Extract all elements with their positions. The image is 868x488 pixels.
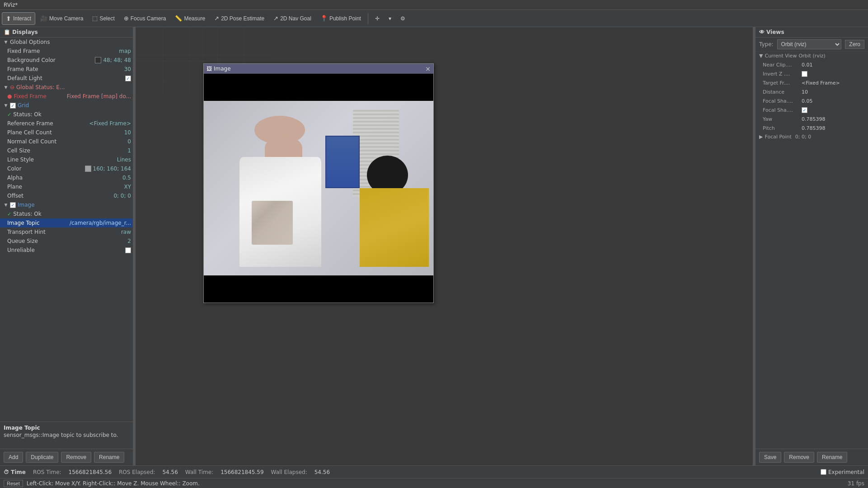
viewport[interactable]: 🖼 Image × <box>136 27 753 465</box>
remove-button[interactable]: Remove <box>61 452 91 463</box>
unreliable-row[interactable]: Unreliable <box>0 246 133 255</box>
focal-sha-check[interactable] <box>802 107 807 113</box>
distance-row[interactable]: Distance 10 <box>755 87 868 96</box>
unreliable-check[interactable] <box>125 247 131 253</box>
offset-row[interactable]: Offset 0; 0; 0 <box>0 191 133 200</box>
toolbar-separator <box>368 13 368 24</box>
reference-frame-row[interactable]: Reference Frame <Fixed Frame> <box>0 119 133 128</box>
extra-plus-button[interactable]: ✛ <box>371 12 384 25</box>
rename-view-button[interactable]: Rename <box>817 452 847 463</box>
displays-tree[interactable]: ▼ Global Options Fixed Frame map Backgro… <box>0 38 133 422</box>
views-type-select[interactable]: Orbit (rviz) <box>777 39 842 49</box>
near-clip-row[interactable]: Near Clip.... 0.01 <box>755 60 868 69</box>
publish-point-button[interactable]: 📍 Publish Point <box>316 12 365 25</box>
cursor-icon: ⬆ <box>6 15 11 22</box>
left-panel: 📋 Displays ▼ Global Options Fixed Frame … <box>0 27 133 465</box>
status-bar: Reset Left-Click: Move X/Y. Right-Click:… <box>0 478 868 488</box>
interact-button[interactable]: ⬆ Interact <box>2 12 35 25</box>
rename-button[interactable]: Rename <box>94 452 124 463</box>
status-hint: Left-Click: Move X/Y. Right-Click:: Move… <box>27 480 200 487</box>
nav-icon: ↗ <box>273 15 278 22</box>
focus-camera-button[interactable]: ⊕ Focus Camera <box>120 12 170 25</box>
pitch-row[interactable]: Pitch 0.785398 <box>755 123 868 133</box>
error-dot-icon: ● <box>7 93 12 99</box>
image-display-group[interactable]: ▼ Image <box>0 200 133 209</box>
invert-z-row[interactable]: Invert Z .... <box>755 69 868 78</box>
grid-status-ok[interactable]: ✓ Status: Ok <box>0 110 133 119</box>
displays-header: 📋 Displays <box>0 27 133 38</box>
scene-bottom <box>204 275 433 303</box>
image-window[interactable]: 🖼 Image × <box>203 63 434 303</box>
views-type-row: Type: Orbit (rviz) Zero <box>755 38 868 52</box>
neck-white <box>265 136 303 160</box>
global-status-group[interactable]: ▼ ⊖ Global Status: E... <box>0 83 133 92</box>
save-view-button[interactable]: Save <box>759 452 781 463</box>
default-light-row[interactable]: Default Light <box>0 74 133 83</box>
transport-hint-row[interactable]: Transport Hint raw <box>0 227 133 237</box>
image-check[interactable] <box>10 202 16 208</box>
background-color-row[interactable]: Background Color 48; 48; 48 <box>0 56 133 65</box>
image-topic-row[interactable]: Image Topic /camera/rgb/image_r... <box>0 218 133 227</box>
move-camera-button[interactable]: 🎥 Move Camera <box>36 12 87 25</box>
zero-button[interactable]: Zero <box>845 40 864 49</box>
point-icon: 📍 <box>320 15 328 22</box>
plus-icon: ✛ <box>375 15 380 22</box>
focal-shape2-row[interactable]: Focal Sha.... <box>755 105 868 114</box>
target-frame-row[interactable]: Target Fr.... <Fixed Frame> <box>755 78 868 87</box>
measure-button[interactable]: 📏 Measure <box>171 12 209 25</box>
cell-size-row[interactable]: Cell Size 1 <box>0 146 133 155</box>
views-icon: 👁 <box>759 29 765 35</box>
error-circle-icon: ⊖ <box>10 84 14 90</box>
fixed-frame-row[interactable]: Fixed Frame map <box>0 47 133 56</box>
expand-icon: ▶ <box>759 134 763 140</box>
pose-icon: ↗ <box>214 15 219 22</box>
normal-cell-count-row[interactable]: Normal Cell Count 0 <box>0 137 133 146</box>
ok-check-icon2: ✓ <box>7 211 11 217</box>
extra-dropdown-button[interactable]: ▾ <box>385 12 395 25</box>
right-panel: 👁 Views Type: Orbit (rviz) Zero ▼ Curren… <box>755 27 868 465</box>
person-yellow <box>360 136 428 267</box>
camera-scene <box>204 74 433 303</box>
grid-display-group[interactable]: ▼ Grid <box>0 101 133 110</box>
grid-check[interactable] <box>10 103 16 109</box>
queue-size-row[interactable]: Queue Size 2 <box>0 237 133 246</box>
image-close-button[interactable]: × <box>425 65 431 72</box>
select-button[interactable]: ⬚ Select <box>88 12 118 25</box>
toolbar: ⬆ Interact 🎥 Move Camera ⬚ Select ⊕ Focu… <box>0 10 868 27</box>
camera-move-icon: 🎥 <box>40 15 47 22</box>
scene-middle <box>204 101 433 275</box>
reset-button[interactable]: Reset <box>4 480 23 487</box>
default-light-check[interactable] <box>125 76 131 81</box>
bg-color-swatch <box>95 57 101 63</box>
expand-icon: ▼ <box>4 40 8 44</box>
current-view-header: ▼ Current View Orbit (rviz) <box>755 52 868 60</box>
line-style-row[interactable]: Line Style Lines <box>0 155 133 164</box>
fixed-frame-error-row[interactable]: ● Fixed Frame Fixed Frame [map] do... <box>0 92 133 101</box>
title-bar: RViz* <box>0 0 868 10</box>
2d-nav-button[interactable]: ↗ 2D Nav Goal <box>269 12 315 25</box>
duplicate-button[interactable]: Duplicate <box>26 452 58 463</box>
global-options-group[interactable]: ▼ Global Options <box>0 38 133 47</box>
plane-row[interactable]: Plane XY <box>0 182 133 191</box>
experimental-label: Experimental <box>821 469 864 475</box>
2d-pose-button[interactable]: ↗ 2D Pose Estimate <box>210 12 268 25</box>
focal-shape1-row[interactable]: Focal Sha.... 0.05 <box>755 96 868 105</box>
image-status-ok[interactable]: ✓ Status: Ok <box>0 209 133 218</box>
alpha-row[interactable]: Alpha 0.5 <box>0 173 133 182</box>
plane-cell-count-row[interactable]: Plane Cell Count 10 <box>0 128 133 137</box>
yaw-row[interactable]: Yaw 0.785398 <box>755 114 868 123</box>
image-window-title: Image <box>214 66 231 72</box>
add-button[interactable]: Add <box>4 452 23 463</box>
frame-rate-row[interactable]: Frame Rate 30 <box>0 65 133 74</box>
invert-z-check[interactable] <box>802 71 807 77</box>
color-row[interactable]: Color 160; 160; 164 <box>0 164 133 173</box>
ok-check-icon: ✓ <box>7 112 11 118</box>
expand-icon: ▼ <box>759 53 763 59</box>
experimental-check[interactable] <box>821 469 826 475</box>
extra-settings-button[interactable]: ⚙ <box>396 12 409 25</box>
shirt-white <box>239 157 322 267</box>
color-swatch <box>85 166 91 172</box>
app-title: RViz* <box>4 2 18 8</box>
fps-display: 31 fps <box>848 480 864 487</box>
remove-view-button[interactable]: Remove <box>784 452 814 463</box>
